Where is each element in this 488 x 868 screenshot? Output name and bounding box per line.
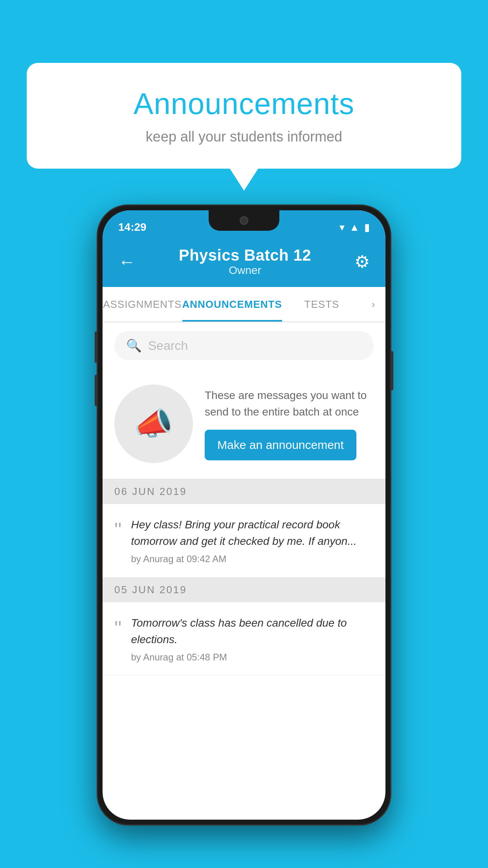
promo-right: These are messages you want to send to t… bbox=[205, 387, 374, 460]
announcement-icon-circle: 📣 bbox=[114, 384, 193, 463]
search-bar[interactable]: 🔍 Search bbox=[114, 331, 374, 360]
quote-icon-1: " bbox=[114, 518, 121, 542]
announcement-item-2: " Tomorrow's class has been cancelled du… bbox=[103, 602, 385, 676]
back-button[interactable]: ← bbox=[118, 252, 136, 272]
tab-announcements[interactable]: ANNOUNCEMENTS bbox=[182, 287, 282, 322]
status-icons: ▾ ▲ ▮ bbox=[339, 221, 370, 234]
tab-more[interactable]: › bbox=[361, 287, 385, 322]
tab-tests[interactable]: TESTS bbox=[282, 287, 362, 322]
announcement-text-2: Tomorrow's class has been cancelled due … bbox=[131, 615, 374, 648]
promo-description: These are messages you want to send to t… bbox=[205, 387, 374, 420]
make-announcement-button[interactable]: Make an announcement bbox=[205, 430, 356, 460]
header-title: Physics Batch 12 bbox=[136, 246, 354, 264]
tab-assignments[interactable]: ASSIGNMENTS bbox=[103, 287, 182, 322]
phone-inner: 14:29 ▾ ▲ ▮ ← Physics Batch 12 Owner ⚙ bbox=[103, 210, 385, 820]
wifi-icon: ▾ bbox=[339, 221, 345, 234]
date-separator-2: 05 JUN 2019 bbox=[103, 577, 385, 602]
phone-camera bbox=[240, 216, 248, 225]
phone-mockup: 14:29 ▾ ▲ ▮ ← Physics Batch 12 Owner ⚙ bbox=[97, 204, 391, 826]
date-separator-1: 06 JUN 2019 bbox=[103, 479, 385, 504]
announcement-item-1: " Hey class! Bring your practical record… bbox=[103, 504, 385, 577]
battery-icon: ▮ bbox=[364, 221, 370, 234]
announcement-content-2: Tomorrow's class has been cancelled due … bbox=[131, 615, 374, 663]
header-subtitle: Owner bbox=[136, 264, 354, 277]
quote-icon-2: " bbox=[114, 616, 121, 640]
header-title-group: Physics Batch 12 Owner bbox=[136, 246, 354, 277]
promo-section: 📣 These are messages you want to send to… bbox=[103, 369, 385, 479]
megaphone-icon: 📣 bbox=[134, 405, 173, 442]
tabs-bar: ASSIGNMENTS ANNOUNCEMENTS TESTS › bbox=[103, 287, 385, 322]
announcement-meta-2: by Anurag at 05:48 PM bbox=[131, 652, 374, 663]
announcement-meta-1: by Anurag at 09:42 AM bbox=[131, 554, 374, 565]
speech-bubble-tail bbox=[230, 169, 258, 191]
phone-screen: 14:29 ▾ ▲ ▮ ← Physics Batch 12 Owner ⚙ bbox=[103, 210, 385, 820]
speech-bubble-title: Announcements bbox=[58, 86, 430, 121]
phone-notch bbox=[209, 210, 279, 231]
volume-up-button bbox=[95, 331, 98, 363]
search-container: 🔍 Search bbox=[103, 322, 385, 369]
speech-bubble-subtitle: keep all your students informed bbox=[58, 129, 430, 145]
status-time: 14:29 bbox=[118, 221, 147, 234]
volume-down-button bbox=[95, 375, 98, 406]
speech-bubble-card: Announcements keep all your students inf… bbox=[27, 63, 461, 169]
phone-outer: 14:29 ▾ ▲ ▮ ← Physics Batch 12 Owner ⚙ bbox=[97, 204, 391, 826]
announcement-content-1: Hey class! Bring your practical record b… bbox=[131, 517, 374, 565]
announcement-text-1: Hey class! Bring your practical record b… bbox=[131, 517, 374, 550]
search-icon: 🔍 bbox=[126, 338, 142, 353]
signal-icon: ▲ bbox=[349, 221, 360, 234]
app-header: ← Physics Batch 12 Owner ⚙ bbox=[103, 239, 385, 287]
speech-bubble-section: Announcements keep all your students inf… bbox=[27, 63, 461, 191]
search-placeholder: Search bbox=[148, 338, 188, 353]
power-button bbox=[390, 351, 393, 390]
gear-icon[interactable]: ⚙ bbox=[354, 252, 370, 272]
